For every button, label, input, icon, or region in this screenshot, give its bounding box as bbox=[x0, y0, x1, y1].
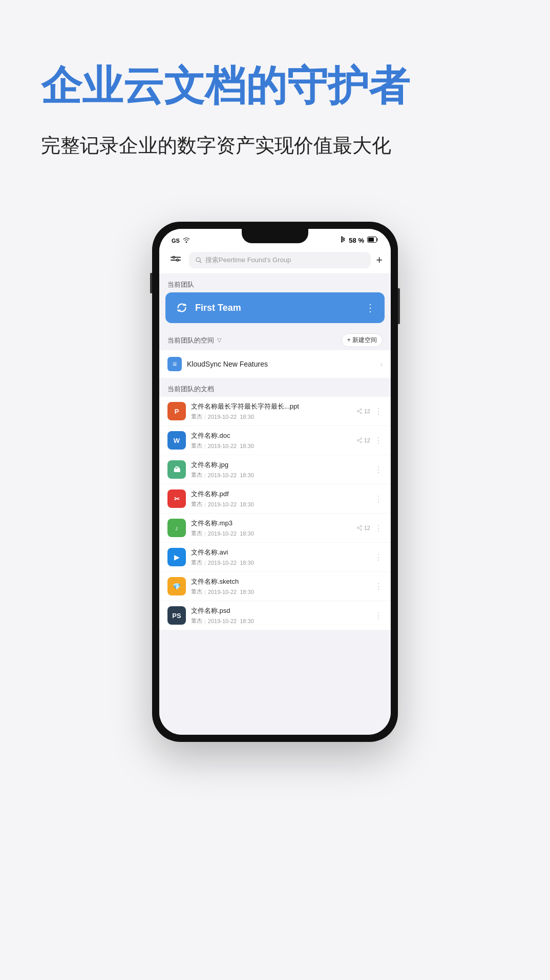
doc-name: 文件名称.sketch bbox=[191, 577, 369, 586]
doc-share-count: 12 bbox=[356, 525, 370, 531]
svg-line-24 bbox=[358, 526, 360, 527]
doc-more-button[interactable]: ⋮ bbox=[374, 552, 383, 562]
doc-author: 董杰 bbox=[191, 559, 202, 566]
doc-right: 12 ⋮ bbox=[356, 407, 383, 416]
doc-more-button[interactable]: ⋮ bbox=[374, 611, 383, 621]
team-card[interactable]: First Team ⋮ bbox=[165, 292, 385, 323]
search-placeholder: 搜索Peertime Found's Group bbox=[205, 255, 291, 265]
doc-date: 2019-10-22 18:30 bbox=[208, 414, 254, 420]
doc-author: 董杰 bbox=[191, 500, 202, 508]
doc-author: 董杰 bbox=[191, 471, 202, 479]
app-header: 搜索Peertime Found's Group + bbox=[159, 248, 391, 274]
search-bar[interactable]: 搜索Peertime Found's Group bbox=[189, 252, 371, 268]
doc-name: 文件名称.jpg bbox=[191, 460, 369, 470]
phone-screen: GS 58 % bbox=[159, 229, 391, 735]
docs-section-header: 当前团队的文档 bbox=[159, 378, 391, 397]
doc-info: 文件名称.mp3 董杰 | 2019-10-22 18:30 bbox=[191, 519, 351, 537]
doc-date: 2019-10-22 18:30 bbox=[208, 530, 254, 537]
doc-author: 董杰 bbox=[191, 442, 202, 450]
doc-more-button[interactable]: ⋮ bbox=[374, 407, 383, 416]
svg-line-23 bbox=[358, 528, 360, 529]
doc-icon-doc: W bbox=[167, 431, 186, 450]
svg-line-9 bbox=[200, 261, 201, 263]
doc-info: 文件名称.doc 董杰 | 2019-10-22 18:30 bbox=[191, 431, 351, 450]
filter-icon[interactable] bbox=[167, 252, 184, 268]
doc-more-button[interactable]: ⋮ bbox=[374, 582, 383, 591]
doc-more-button[interactable]: ⋮ bbox=[374, 523, 383, 533]
space-item-icon: ≡ bbox=[167, 357, 182, 371]
doc-author: 董杰 bbox=[191, 529, 202, 537]
doc-icon-avi: ▶ bbox=[167, 548, 186, 566]
battery-icon bbox=[367, 237, 378, 244]
svg-point-11 bbox=[357, 411, 358, 412]
doc-more-button[interactable]: ⋮ bbox=[374, 494, 383, 504]
doc-info: 文件名称.pdf 董杰 | 2019-10-22 18:30 bbox=[191, 489, 369, 508]
doc-name: 文件名称.doc bbox=[191, 431, 351, 440]
svg-point-20 bbox=[360, 525, 362, 527]
hero-title: 企业云文档的守护者 bbox=[41, 61, 509, 111]
status-right: 58 % bbox=[341, 236, 378, 245]
svg-point-16 bbox=[357, 440, 358, 441]
svg-point-10 bbox=[360, 409, 362, 410]
team-name: First Team bbox=[195, 303, 359, 313]
doc-name: 文件名称.mp3 bbox=[191, 519, 351, 528]
doc-share-count: 12 bbox=[356, 408, 370, 414]
doc-meta: 董杰 | 2019-10-22 18:30 bbox=[191, 529, 351, 537]
current-team-label: 当前团队 bbox=[159, 274, 391, 292]
hero-subtitle: 完整记录企业的数字资产实现价值最大化 bbox=[41, 131, 509, 160]
doc-author: 董杰 bbox=[191, 413, 202, 420]
doc-icon-psd: PS bbox=[167, 606, 186, 625]
svg-line-19 bbox=[358, 439, 360, 440]
doc-share-count: 12 bbox=[356, 437, 370, 443]
team-more-button[interactable]: ⋮ bbox=[365, 302, 375, 314]
space-item[interactable]: ≡ KloudSync New Features › bbox=[159, 350, 391, 378]
doc-meta: 董杰 | 2019-10-22 18:30 bbox=[191, 559, 369, 566]
doc-author: 董杰 bbox=[191, 617, 202, 625]
doc-meta: 董杰 | 2019-10-22 18:30 bbox=[191, 442, 351, 450]
doc-item[interactable]: 💎 文件名称.sketch 董杰 | 2019-10-22 18:30 ⋮ bbox=[159, 572, 391, 601]
doc-right: 12 ⋮ bbox=[356, 523, 383, 533]
add-button[interactable]: + bbox=[376, 253, 383, 267]
doc-item[interactable]: 🏔 文件名称.jpg 董杰 | 2019-10-22 18:30 ⋮ bbox=[159, 455, 391, 484]
phone-notch bbox=[242, 229, 308, 243]
doc-item[interactable]: PS 文件名称.psd 董杰 | 2019-10-22 18:30 ⋮ bbox=[159, 601, 391, 630]
doc-name: 文件名称最长字符最长字符最长...ppt bbox=[191, 402, 351, 411]
doc-name: 文件名称.avi bbox=[191, 548, 369, 557]
doc-info: 文件名称最长字符最长字符最长...ppt 董杰 | 2019-10-22 18:… bbox=[191, 402, 351, 420]
svg-point-22 bbox=[360, 529, 362, 530]
doc-meta: 董杰 | 2019-10-22 18:30 bbox=[191, 413, 351, 420]
space-section-header: 当前团队的空间 ▽ + 新建空间 bbox=[159, 328, 391, 350]
doc-right: ⋮ bbox=[374, 494, 383, 504]
doc-date: 2019-10-22 18:30 bbox=[208, 560, 254, 566]
space-filter-icon[interactable]: ▽ bbox=[217, 337, 221, 344]
doc-info: 文件名称.sketch 董杰 | 2019-10-22 18:30 bbox=[191, 577, 369, 595]
doc-info: 文件名称.avi 董杰 | 2019-10-22 18:30 bbox=[191, 548, 369, 566]
doc-item[interactable]: ▶ 文件名称.avi 董杰 | 2019-10-22 18:30 ⋮ bbox=[159, 543, 391, 572]
battery-label: 58 % bbox=[349, 237, 364, 244]
svg-point-8 bbox=[196, 258, 200, 262]
svg-line-13 bbox=[358, 412, 360, 413]
doc-item[interactable]: P 文件名称最长字符最长字符最长...ppt 董杰 | 2019-10-22 1… bbox=[159, 397, 391, 426]
doc-more-button[interactable]: ⋮ bbox=[374, 436, 383, 445]
doc-right: 12 ⋮ bbox=[356, 436, 383, 445]
doc-item[interactable]: ✂ 文件名称.pdf 董杰 | 2019-10-22 18:30 ⋮ bbox=[159, 484, 391, 514]
hero-section: 企业云文档的守护者 完整记录企业的数字资产实现价值最大化 bbox=[0, 0, 550, 191]
doc-icon-sketch: 💎 bbox=[167, 577, 186, 595]
doc-more-button[interactable]: ⋮ bbox=[374, 465, 383, 475]
doc-right: ⋮ bbox=[374, 582, 383, 591]
svg-point-17 bbox=[360, 441, 362, 443]
doc-info: 文件名称.jpg 董杰 | 2019-10-22 18:30 bbox=[191, 460, 369, 479]
svg-line-14 bbox=[358, 410, 360, 411]
doc-icon-mp3: ♪ bbox=[167, 519, 186, 537]
new-space-button[interactable]: + 新建空间 bbox=[342, 333, 383, 347]
doc-item[interactable]: W 文件名称.doc 董杰 | 2019-10-22 18:30 12 ⋮ bbox=[159, 426, 391, 455]
svg-point-12 bbox=[360, 412, 362, 414]
doc-right: ⋮ bbox=[374, 611, 383, 621]
doc-meta: 董杰 | 2019-10-22 18:30 bbox=[191, 471, 369, 479]
team-refresh-icon bbox=[175, 301, 189, 315]
doc-item[interactable]: ♪ 文件名称.mp3 董杰 | 2019-10-22 18:30 12 ⋮ bbox=[159, 514, 391, 543]
doc-date: 2019-10-22 18:30 bbox=[208, 618, 254, 624]
svg-rect-1 bbox=[368, 238, 374, 242]
doc-icon-jpg: 🏔 bbox=[167, 460, 186, 479]
doc-icon-pdf: ✂ bbox=[167, 489, 186, 508]
